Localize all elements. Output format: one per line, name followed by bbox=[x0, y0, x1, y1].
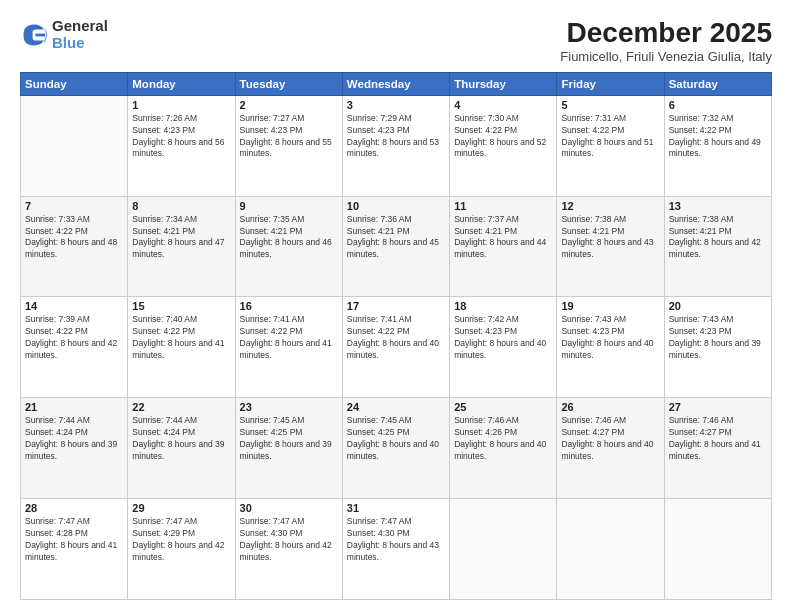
day-number: 26 bbox=[561, 401, 659, 413]
day-number: 13 bbox=[669, 200, 767, 212]
calendar-cell: 7Sunrise: 7:33 AMSunset: 4:22 PMDaylight… bbox=[21, 196, 128, 297]
day-number: 14 bbox=[25, 300, 123, 312]
day-info: Sunrise: 7:42 AMSunset: 4:23 PMDaylight:… bbox=[454, 314, 552, 362]
calendar-cell: 14Sunrise: 7:39 AMSunset: 4:22 PMDayligh… bbox=[21, 297, 128, 398]
calendar-cell: 8Sunrise: 7:34 AMSunset: 4:21 PMDaylight… bbox=[128, 196, 235, 297]
calendar-cell: 29Sunrise: 7:47 AMSunset: 4:29 PMDayligh… bbox=[128, 499, 235, 600]
logo-text: General Blue bbox=[52, 18, 108, 51]
calendar-cell: 16Sunrise: 7:41 AMSunset: 4:22 PMDayligh… bbox=[235, 297, 342, 398]
logo-icon bbox=[20, 21, 48, 49]
calendar-cell bbox=[557, 499, 664, 600]
calendar-cell bbox=[21, 95, 128, 196]
day-number: 16 bbox=[240, 300, 338, 312]
weekday-header-tuesday: Tuesday bbox=[235, 72, 342, 95]
day-info: Sunrise: 7:32 AMSunset: 4:22 PMDaylight:… bbox=[669, 113, 767, 161]
day-number: 10 bbox=[347, 200, 445, 212]
day-number: 31 bbox=[347, 502, 445, 514]
day-number: 9 bbox=[240, 200, 338, 212]
calendar-cell: 21Sunrise: 7:44 AMSunset: 4:24 PMDayligh… bbox=[21, 398, 128, 499]
day-info: Sunrise: 7:44 AMSunset: 4:24 PMDaylight:… bbox=[25, 415, 123, 463]
calendar-cell: 13Sunrise: 7:38 AMSunset: 4:21 PMDayligh… bbox=[664, 196, 771, 297]
weekday-header-monday: Monday bbox=[128, 72, 235, 95]
calendar-cell: 19Sunrise: 7:43 AMSunset: 4:23 PMDayligh… bbox=[557, 297, 664, 398]
day-info: Sunrise: 7:26 AMSunset: 4:23 PMDaylight:… bbox=[132, 113, 230, 161]
page-title: December 2025 bbox=[560, 18, 772, 49]
calendar-cell bbox=[664, 499, 771, 600]
day-number: 22 bbox=[132, 401, 230, 413]
calendar-cell: 31Sunrise: 7:47 AMSunset: 4:30 PMDayligh… bbox=[342, 499, 449, 600]
logo-line1: General bbox=[52, 18, 108, 35]
weekday-header-saturday: Saturday bbox=[664, 72, 771, 95]
day-info: Sunrise: 7:35 AMSunset: 4:21 PMDaylight:… bbox=[240, 214, 338, 262]
day-info: Sunrise: 7:46 AMSunset: 4:26 PMDaylight:… bbox=[454, 415, 552, 463]
weekday-header-wednesday: Wednesday bbox=[342, 72, 449, 95]
calendar-cell: 4Sunrise: 7:30 AMSunset: 4:22 PMDaylight… bbox=[450, 95, 557, 196]
day-info: Sunrise: 7:47 AMSunset: 4:28 PMDaylight:… bbox=[25, 516, 123, 564]
header: General Blue December 2025 Fiumicello, F… bbox=[20, 18, 772, 64]
weekday-header-sunday: Sunday bbox=[21, 72, 128, 95]
logo: General Blue bbox=[20, 18, 108, 51]
day-number: 5 bbox=[561, 99, 659, 111]
day-info: Sunrise: 7:33 AMSunset: 4:22 PMDaylight:… bbox=[25, 214, 123, 262]
day-info: Sunrise: 7:41 AMSunset: 4:22 PMDaylight:… bbox=[240, 314, 338, 362]
day-number: 11 bbox=[454, 200, 552, 212]
week-row-5: 28Sunrise: 7:47 AMSunset: 4:28 PMDayligh… bbox=[21, 499, 772, 600]
day-info: Sunrise: 7:44 AMSunset: 4:24 PMDaylight:… bbox=[132, 415, 230, 463]
day-info: Sunrise: 7:29 AMSunset: 4:23 PMDaylight:… bbox=[347, 113, 445, 161]
calendar-cell: 11Sunrise: 7:37 AMSunset: 4:21 PMDayligh… bbox=[450, 196, 557, 297]
day-number: 19 bbox=[561, 300, 659, 312]
calendar: SundayMondayTuesdayWednesdayThursdayFrid… bbox=[20, 72, 772, 600]
calendar-cell: 20Sunrise: 7:43 AMSunset: 4:23 PMDayligh… bbox=[664, 297, 771, 398]
day-number: 6 bbox=[669, 99, 767, 111]
week-row-1: 1Sunrise: 7:26 AMSunset: 4:23 PMDaylight… bbox=[21, 95, 772, 196]
calendar-cell: 6Sunrise: 7:32 AMSunset: 4:22 PMDaylight… bbox=[664, 95, 771, 196]
day-info: Sunrise: 7:39 AMSunset: 4:22 PMDaylight:… bbox=[25, 314, 123, 362]
calendar-cell: 12Sunrise: 7:38 AMSunset: 4:21 PMDayligh… bbox=[557, 196, 664, 297]
weekday-header-row: SundayMondayTuesdayWednesdayThursdayFrid… bbox=[21, 72, 772, 95]
day-number: 4 bbox=[454, 99, 552, 111]
calendar-cell: 22Sunrise: 7:44 AMSunset: 4:24 PMDayligh… bbox=[128, 398, 235, 499]
day-number: 25 bbox=[454, 401, 552, 413]
day-number: 28 bbox=[25, 502, 123, 514]
week-row-4: 21Sunrise: 7:44 AMSunset: 4:24 PMDayligh… bbox=[21, 398, 772, 499]
calendar-cell: 23Sunrise: 7:45 AMSunset: 4:25 PMDayligh… bbox=[235, 398, 342, 499]
calendar-cell: 2Sunrise: 7:27 AMSunset: 4:23 PMDaylight… bbox=[235, 95, 342, 196]
day-number: 8 bbox=[132, 200, 230, 212]
page: General Blue December 2025 Fiumicello, F… bbox=[0, 0, 792, 612]
logo-line2: Blue bbox=[52, 35, 108, 52]
day-number: 7 bbox=[25, 200, 123, 212]
day-info: Sunrise: 7:43 AMSunset: 4:23 PMDaylight:… bbox=[669, 314, 767, 362]
day-info: Sunrise: 7:38 AMSunset: 4:21 PMDaylight:… bbox=[561, 214, 659, 262]
day-number: 15 bbox=[132, 300, 230, 312]
weekday-header-thursday: Thursday bbox=[450, 72, 557, 95]
calendar-cell: 9Sunrise: 7:35 AMSunset: 4:21 PMDaylight… bbox=[235, 196, 342, 297]
week-row-3: 14Sunrise: 7:39 AMSunset: 4:22 PMDayligh… bbox=[21, 297, 772, 398]
calendar-cell: 10Sunrise: 7:36 AMSunset: 4:21 PMDayligh… bbox=[342, 196, 449, 297]
day-number: 3 bbox=[347, 99, 445, 111]
day-number: 20 bbox=[669, 300, 767, 312]
day-number: 18 bbox=[454, 300, 552, 312]
page-subtitle: Fiumicello, Friuli Venezia Giulia, Italy bbox=[560, 49, 772, 64]
day-number: 2 bbox=[240, 99, 338, 111]
day-info: Sunrise: 7:43 AMSunset: 4:23 PMDaylight:… bbox=[561, 314, 659, 362]
day-number: 12 bbox=[561, 200, 659, 212]
day-info: Sunrise: 7:38 AMSunset: 4:21 PMDaylight:… bbox=[669, 214, 767, 262]
day-info: Sunrise: 7:47 AMSunset: 4:29 PMDaylight:… bbox=[132, 516, 230, 564]
calendar-cell: 27Sunrise: 7:46 AMSunset: 4:27 PMDayligh… bbox=[664, 398, 771, 499]
day-info: Sunrise: 7:27 AMSunset: 4:23 PMDaylight:… bbox=[240, 113, 338, 161]
weekday-header-friday: Friday bbox=[557, 72, 664, 95]
calendar-cell: 28Sunrise: 7:47 AMSunset: 4:28 PMDayligh… bbox=[21, 499, 128, 600]
calendar-cell bbox=[450, 499, 557, 600]
week-row-2: 7Sunrise: 7:33 AMSunset: 4:22 PMDaylight… bbox=[21, 196, 772, 297]
day-info: Sunrise: 7:46 AMSunset: 4:27 PMDaylight:… bbox=[561, 415, 659, 463]
day-number: 29 bbox=[132, 502, 230, 514]
day-info: Sunrise: 7:30 AMSunset: 4:22 PMDaylight:… bbox=[454, 113, 552, 161]
calendar-cell: 5Sunrise: 7:31 AMSunset: 4:22 PMDaylight… bbox=[557, 95, 664, 196]
day-info: Sunrise: 7:45 AMSunset: 4:25 PMDaylight:… bbox=[240, 415, 338, 463]
calendar-cell: 15Sunrise: 7:40 AMSunset: 4:22 PMDayligh… bbox=[128, 297, 235, 398]
calendar-cell: 3Sunrise: 7:29 AMSunset: 4:23 PMDaylight… bbox=[342, 95, 449, 196]
calendar-cell: 30Sunrise: 7:47 AMSunset: 4:30 PMDayligh… bbox=[235, 499, 342, 600]
day-info: Sunrise: 7:37 AMSunset: 4:21 PMDaylight:… bbox=[454, 214, 552, 262]
calendar-cell: 18Sunrise: 7:42 AMSunset: 4:23 PMDayligh… bbox=[450, 297, 557, 398]
calendar-cell: 25Sunrise: 7:46 AMSunset: 4:26 PMDayligh… bbox=[450, 398, 557, 499]
